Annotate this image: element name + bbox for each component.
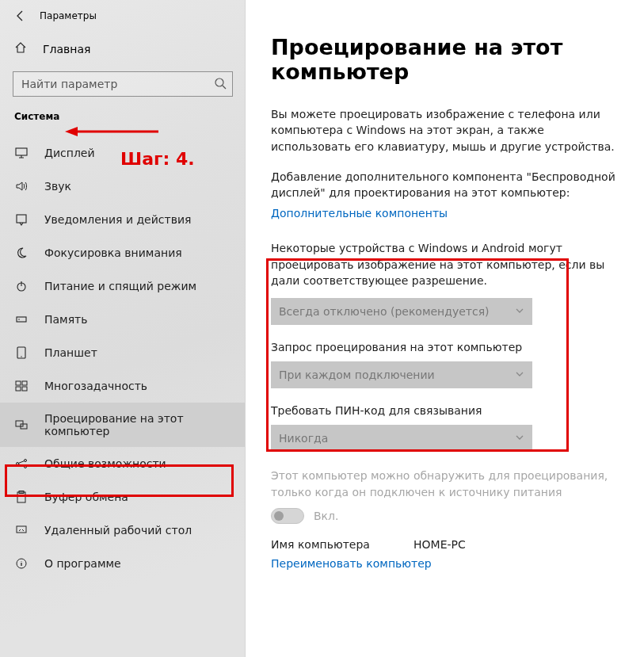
pc-name-row: Имя компьютера HOME-PC [271, 538, 622, 551]
svg-rect-1 [16, 148, 27, 155]
svg-rect-10 [16, 387, 21, 391]
chevron-down-icon [515, 369, 524, 381]
window-title: Параметры [40, 10, 97, 21]
nav-sound[interactable]: Звук [0, 170, 246, 203]
home-icon [14, 41, 27, 57]
nav-label: Фокусировка внимания [44, 246, 182, 259]
svg-rect-9 [22, 381, 27, 385]
speaker-icon [14, 179, 29, 193]
nav-label: О программе [44, 557, 121, 570]
share-icon [14, 456, 29, 471]
main-content: Проецирование на этот компьютер Вы может… [246, 0, 644, 657]
monitor-icon [14, 146, 29, 160]
rename-pc-link[interactable]: Переименовать компьютер [271, 557, 432, 570]
svg-point-0 [215, 78, 223, 86]
svg-point-5 [18, 319, 20, 320]
nav-power[interactable]: Питание и спящий режим [0, 269, 246, 303]
info-icon [14, 556, 29, 571]
svg-point-7 [21, 356, 21, 357]
power-note: Этот компьютер можно обнаружить для прое… [271, 468, 619, 500]
dropdown-value: Всегда отключено (рекомендуется) [279, 305, 490, 318]
nav-label: Буфер обмена [44, 491, 128, 503]
chevron-down-icon [515, 305, 524, 318]
home-label: Главная [43, 43, 90, 55]
search-input[interactable] [13, 71, 233, 97]
nav-remote[interactable]: Удаленный рабочий стол [0, 514, 246, 547]
svg-point-14 [17, 463, 19, 465]
nav-notifications[interactable]: Уведомления и действия [0, 203, 246, 236]
nav-label: Общие возможности [44, 457, 166, 470]
search-container [13, 71, 233, 97]
nav-label: Звук [44, 180, 71, 193]
nav-label: Питание и спящий режим [44, 280, 196, 292]
nav-label: Многозадачность [44, 380, 147, 392]
nav-label: Память [44, 313, 88, 326]
chevron-down-icon [515, 432, 524, 445]
nav-list: Дисплей Звук Уведомления и действия Фоку… [0, 130, 246, 580]
projection-icon [14, 418, 29, 432]
permission-desc: Некоторые устройства с Windows и Android… [271, 240, 619, 288]
note-text: Добавление дополнительного компонента "Б… [271, 169, 619, 201]
nav-tablet[interactable]: Планшет [0, 336, 246, 369]
notification-icon [14, 212, 29, 227]
svg-point-15 [25, 460, 27, 462]
settings-sidebar: Параметры Главная Система Дисплей Звук У… [0, 0, 246, 657]
nav-label: Уведомления и действия [44, 213, 191, 226]
nav-storage[interactable]: Память [0, 303, 246, 336]
category-title: Система [0, 111, 246, 130]
remote-icon [14, 523, 29, 537]
pc-name-value: HOME-PC [413, 538, 466, 551]
pc-name-label: Имя компьютера [271, 538, 413, 551]
storage-icon [14, 312, 29, 327]
request-dropdown[interactable]: При каждом подключении [271, 361, 532, 388]
svg-rect-8 [16, 381, 21, 385]
dropdown-value: При каждом подключении [279, 369, 435, 381]
svg-rect-4 [17, 317, 26, 322]
nav-projection[interactable]: Проецирование на этот компьютер [0, 403, 246, 447]
toggle-label: Вкл. [314, 510, 338, 522]
pin-dropdown[interactable]: Никогда [271, 425, 532, 452]
nav-label: Проецирование на этот компьютер [44, 412, 231, 437]
nav-multitask[interactable]: Многозадачность [0, 369, 246, 403]
back-button[interactable] [14, 10, 27, 22]
nav-display[interactable]: Дисплей [0, 136, 246, 170]
request-label: Запрос проецирования на этот компьютер [271, 341, 622, 353]
svg-rect-11 [22, 387, 27, 391]
power-toggle[interactable] [271, 508, 304, 524]
vertical-divider [245, 0, 246, 657]
clipboard-icon [14, 490, 29, 504]
nav-clipboard[interactable]: Буфер обмена [0, 480, 246, 514]
nav-label: Планшет [44, 346, 97, 359]
tablet-icon [14, 346, 29, 360]
page-title: Проецирование на этот компьютер [271, 35, 622, 84]
dropdown-value: Никогда [279, 432, 328, 445]
svg-rect-19 [17, 526, 26, 533]
optional-features-link[interactable]: Дополнительные компоненты [271, 207, 448, 220]
svg-rect-2 [17, 215, 26, 223]
svg-point-16 [25, 466, 27, 468]
arrow-left-icon [14, 10, 27, 22]
multitask-icon [14, 379, 29, 393]
power-icon [14, 279, 29, 293]
nav-shared[interactable]: Общие возможности [0, 447, 246, 480]
nav-label: Удаленный рабочий стол [44, 524, 192, 537]
intro-text: Вы можете проецировать изображение с тел… [271, 106, 619, 155]
nav-focus[interactable]: Фокусировка внимания [0, 236, 246, 269]
nav-label: Дисплей [44, 147, 95, 159]
nav-about[interactable]: О программе [0, 547, 246, 580]
home-nav[interactable]: Главная [0, 30, 246, 71]
search-icon [214, 77, 227, 93]
availability-dropdown[interactable]: Всегда отключено (рекомендуется) [271, 298, 532, 325]
pin-label: Требовать ПИН-код для связывания [271, 404, 622, 417]
moon-icon [14, 246, 29, 260]
power-toggle-row: Вкл. [271, 508, 622, 524]
